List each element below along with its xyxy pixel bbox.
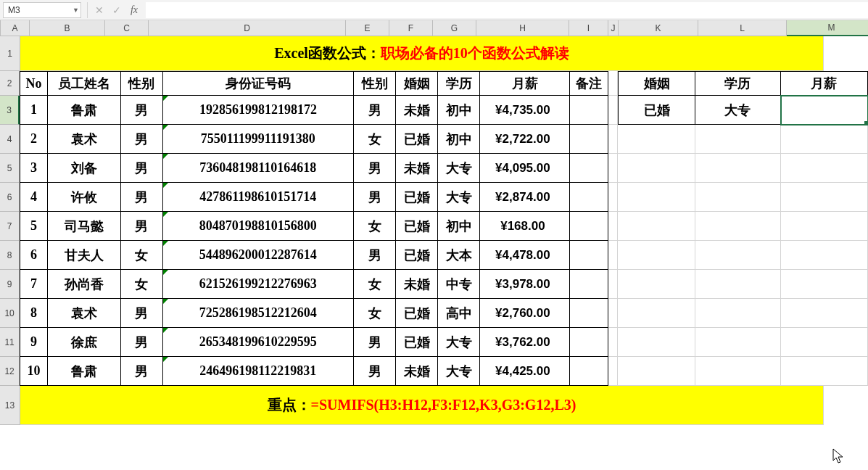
cell-gender2[interactable]: 男 [354, 357, 396, 386]
empty-cell[interactable] [781, 125, 868, 154]
cell-no[interactable]: 7 [20, 270, 48, 299]
cell-salary[interactable]: ¥2,874.00 [480, 183, 570, 212]
col-header-E[interactable]: E [346, 20, 389, 36]
col-header-H[interactable]: H [476, 20, 569, 36]
cell-id[interactable]: 192856199812198172 [163, 96, 354, 125]
cell-no[interactable]: 3 [20, 154, 48, 183]
empty-cell[interactable] [618, 212, 695, 241]
cell-salary[interactable]: ¥3,762.00 [480, 328, 570, 357]
cell-id[interactable]: 725286198512212604 [163, 299, 354, 328]
row-header[interactable]: 12 [0, 357, 20, 386]
empty-cell[interactable] [695, 125, 781, 154]
empty-cell[interactable] [781, 183, 868, 212]
cell-id[interactable]: 265348199610229595 [163, 328, 354, 357]
col-header-C[interactable]: C [105, 20, 149, 36]
row-header[interactable]: 13 [0, 386, 20, 425]
cell-gender1[interactable]: 男 [121, 125, 163, 154]
row-header[interactable]: 2 [0, 71, 20, 96]
col-header-F[interactable]: F [389, 20, 433, 36]
cell-id[interactable]: 804870198810156800 [163, 212, 354, 241]
cell-salary[interactable]: ¥3,978.00 [480, 270, 570, 299]
cell-no[interactable]: 8 [20, 299, 48, 328]
cell-remark[interactable] [570, 357, 608, 386]
empty-cell[interactable] [618, 357, 695, 386]
row-header[interactable]: 6 [0, 183, 20, 212]
hdr-salary[interactable]: 月薪 [480, 71, 570, 96]
hdr-gender2[interactable]: 性别 [354, 71, 396, 96]
cell-gender1[interactable]: 男 [121, 328, 163, 357]
cell-gender2[interactable]: 女 [354, 270, 396, 299]
empty-cell[interactable] [618, 328, 695, 357]
cell-gender1[interactable]: 男 [121, 183, 163, 212]
cell-gender2[interactable]: 女 [354, 299, 396, 328]
cell-name[interactable]: 刘备 [48, 154, 121, 183]
cell-marriage[interactable]: 已婚 [396, 183, 438, 212]
gap-cell[interactable] [608, 183, 619, 212]
row-header[interactable]: 5 [0, 154, 20, 183]
cell-name[interactable]: 许攸 [48, 183, 121, 212]
col-header-L[interactable]: L [698, 20, 787, 36]
cell-gender2[interactable]: 男 [354, 328, 396, 357]
cell-gender1[interactable]: 男 [121, 154, 163, 183]
empty-cell[interactable] [618, 125, 695, 154]
select-all-corner[interactable] [0, 20, 1, 36]
cell-gender1[interactable]: 女 [121, 241, 163, 270]
cell-no[interactable]: 1 [20, 96, 48, 125]
cell-marriage[interactable]: 未婚 [396, 154, 438, 183]
cell-marriage[interactable]: 已婚 [396, 299, 438, 328]
cell-gender1[interactable]: 男 [121, 299, 163, 328]
cell-remark[interactable] [570, 212, 608, 241]
cell-name[interactable]: 孙尚香 [48, 270, 121, 299]
chevron-down-icon[interactable]: ▼ [73, 7, 79, 14]
hdr-no[interactable]: No [20, 71, 48, 96]
side-hdr-education[interactable]: 学历 [695, 71, 781, 96]
cell-remark[interactable] [570, 299, 608, 328]
cell-marriage[interactable]: 已婚 [396, 241, 438, 270]
gap-cell[interactable] [608, 328, 619, 357]
row-header[interactable]: 7 [0, 212, 20, 241]
cell-salary[interactable]: ¥4,425.00 [480, 357, 570, 386]
cell-education[interactable]: 初中 [438, 125, 480, 154]
empty-cell[interactable] [695, 241, 781, 270]
empty-cell[interactable] [781, 270, 868, 299]
empty-cell[interactable] [781, 241, 868, 270]
gap-cell[interactable] [608, 96, 619, 125]
cell-salary[interactable]: ¥4,735.00 [480, 96, 570, 125]
cell-gender2[interactable]: 男 [354, 96, 396, 125]
fx-icon[interactable]: fx [125, 2, 143, 18]
cell-salary[interactable]: ¥4,478.00 [480, 241, 570, 270]
cancel-icon[interactable]: ✕ [91, 2, 108, 18]
cell-gender1[interactable]: 男 [121, 357, 163, 386]
col-header-I[interactable]: I [569, 20, 608, 36]
gap-cell[interactable] [608, 357, 619, 386]
gap-cell[interactable] [608, 154, 619, 183]
cell-education[interactable]: 中专 [438, 270, 480, 299]
cell-no[interactable]: 9 [20, 328, 48, 357]
cell-gender2[interactable]: 女 [354, 212, 396, 241]
cell-gender2[interactable]: 男 [354, 154, 396, 183]
cell-name[interactable]: 鲁肃 [48, 96, 121, 125]
cell-gender2[interactable]: 男 [354, 241, 396, 270]
cell-education[interactable]: 大专 [438, 357, 480, 386]
empty-cell[interactable] [618, 299, 695, 328]
side-hdr-salary[interactable]: 月薪 [781, 71, 868, 96]
cell-name[interactable]: 鲁肃 [48, 357, 121, 386]
cell-id[interactable]: 427861198610151714 [163, 183, 354, 212]
cell-name[interactable]: 甘夫人 [48, 241, 121, 270]
cell-remark[interactable] [570, 241, 608, 270]
gap-cell[interactable] [608, 71, 619, 96]
empty-cell[interactable] [781, 154, 868, 183]
gap-cell[interactable] [608, 299, 619, 328]
footer-cell[interactable]: 重点： =SUMIFS(H3:H12,F3:F12,K3,G3:G12,L3) [20, 386, 824, 425]
cell-name[interactable]: 司马懿 [48, 212, 121, 241]
empty-cell[interactable] [781, 299, 868, 328]
gap-cell[interactable] [608, 270, 619, 299]
cell-education[interactable]: 初中 [438, 212, 480, 241]
empty-cell[interactable] [781, 328, 868, 357]
cell-name[interactable]: 袁术 [48, 125, 121, 154]
hdr-gender1[interactable]: 性别 [121, 71, 163, 96]
side-val-education[interactable]: 大专 [695, 96, 781, 125]
col-header-A[interactable]: A [1, 20, 30, 36]
cell-no[interactable]: 6 [20, 241, 48, 270]
col-header-G[interactable]: G [433, 20, 476, 36]
